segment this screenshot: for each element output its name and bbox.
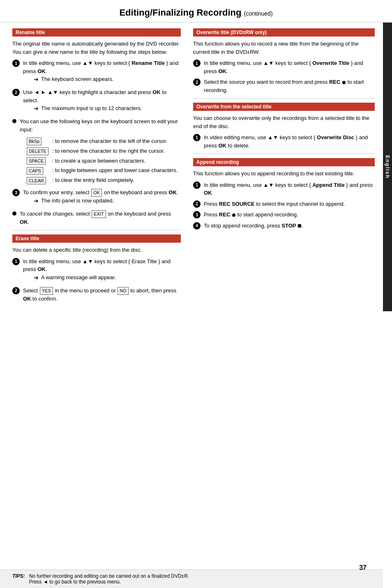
rename-step-3-content: To confirm your entry, select OK on the …: [23, 188, 181, 207]
key-clear-desc: : to clear the entry field completely.: [51, 175, 180, 185]
erase-step-num-1: 1: [12, 258, 20, 265]
no-key-box: NO: [118, 287, 129, 295]
erase-title-section: Erase title You can delete a specific ti…: [12, 234, 181, 303]
step-num-2: 2: [12, 89, 20, 96]
side-tab-label: English: [385, 155, 390, 179]
arrow-sym-2: ➔: [34, 104, 39, 113]
rename-step-1-arrow: ➔ The keyboard screen appears.: [34, 75, 181, 84]
step-num-1: 1: [12, 60, 20, 67]
append-step-4-content: To stop append recording, press STOP .: [204, 222, 375, 230]
append-step-3: 3 Press REC to start append recording.: [193, 211, 375, 219]
overwrite-step-2-content: Select the source you want to record fro…: [204, 78, 375, 94]
tips-content: No further recording and editing can be …: [29, 573, 189, 585]
overwrite-selected-step-1: 1 In video editing menu, use ▲▼ keys to …: [193, 133, 375, 149]
bullet-dot: [12, 119, 16, 123]
rename-step-2-content: Use ◄ ► ▲▼ keys to highlight a character…: [23, 88, 181, 115]
bullet-dot-2: [12, 211, 16, 216]
main-content: Rename title The original title name is …: [0, 23, 383, 311]
append-step-num-4: 4: [193, 222, 201, 230]
rename-step-2-arrow-text: The maximum input is up to 12 characters…: [41, 104, 142, 113]
delete-key-box: DELETE: [27, 147, 48, 155]
rename-title-section: Rename title The original title name is …: [12, 28, 181, 226]
rename-step-2-arrow: ➔ The maximum input is up to 12 characte…: [34, 104, 181, 113]
erase-title-header: Erase title: [12, 234, 181, 243]
clear-key-box: CLEAR: [27, 177, 46, 185]
rename-step-1-content: In title editing menu, use ▲▼ keys to se…: [23, 59, 181, 85]
key-row-clear: CLEAR : to clear the entry field complet…: [25, 175, 179, 185]
append-step-num-2: 2: [193, 200, 201, 208]
keyboard-bullet: You can use the following keys on the ke…: [12, 117, 181, 133]
rec-bullet-1: [342, 81, 346, 84]
append-step-num-3: 3: [193, 211, 201, 218]
key-table: BkSp : to remove the character to the le…: [25, 136, 179, 185]
overwrite-selected-section: Overwrite from the selected title You ca…: [193, 103, 375, 149]
erase-step-1-arrow: ➔ A warning message will appear.: [34, 273, 181, 282]
key-space: SPACE: [25, 156, 51, 166]
key-caps: CAPS: [25, 165, 51, 175]
append-recording-header: Append recording: [193, 158, 375, 166]
overwrite-title-intro: This function allows you to record a new…: [193, 40, 375, 56]
exit-key-box: EXIT: [92, 210, 106, 218]
rename-title-intro: The original title name is automatically…: [12, 40, 181, 56]
append-recording-section: Append recording This function allows yo…: [193, 158, 375, 230]
key-delete-desc: : to remove the character to the right t…: [51, 146, 180, 156]
overwrite-step-2: 2 Select the source you want to record f…: [193, 78, 375, 94]
separator-2: [193, 98, 375, 99]
page-title: Editing/Finalizing Recording: [119, 7, 241, 18]
overwrite-selected-step-num-1: 1: [193, 134, 201, 141]
separator-1: [12, 230, 181, 230]
stop-square: [298, 224, 301, 227]
side-tab: English: [383, 23, 392, 311]
overwrite-title-section: Overwrite title (DVD±RW only) This funct…: [193, 28, 375, 94]
cancel-bullet: To cancel the changes, select EXIT on th…: [12, 210, 181, 226]
append-step-2: 2 Press REC SOURCE to select the input c…: [193, 200, 375, 208]
yes-key-box: YES: [40, 287, 53, 295]
key-row-caps: CAPS : to toggle between upper and lower…: [25, 165, 179, 175]
rename-step-1-arrow-text: The keyboard screen appears.: [41, 75, 113, 83]
erase-step-1-arrow-text: A warning message will appear.: [41, 273, 116, 282]
overwrite-selected-intro: You can choose to overwrite only the rec…: [193, 114, 375, 130]
key-bksp: BkSp: [25, 136, 51, 146]
rename-step-3-arrow-text: The info panel is now updated.: [41, 197, 114, 205]
rename-step-3: 3 To confirm your entry, select OK on th…: [12, 188, 181, 207]
page-title-continued: (continued): [244, 10, 273, 17]
key-delete: DELETE: [25, 146, 51, 156]
erase-step-1-content: In title editing menu, use ▲▼ keys to se…: [23, 257, 181, 284]
content-area: Rename title The original title name is …: [0, 23, 392, 311]
space-key-box: SPACE: [27, 157, 46, 165]
overwrite-step-1-content: In title editing menu, use ▲▼ keys to se…: [204, 59, 375, 75]
append-recording-intro: This function allows you to append recor…: [193, 170, 375, 178]
ok-key-box: OK: [91, 189, 102, 197]
key-row-space: SPACE : to create a space between charac…: [25, 156, 179, 166]
overwrite-title-header: Overwrite title (DVD±RW only): [193, 28, 375, 37]
append-step-num-1: 1: [193, 181, 201, 189]
key-caps-desc: : to toggle between upper and lower case…: [51, 165, 180, 175]
right-column: Overwrite title (DVD±RW only) This funct…: [189, 28, 375, 305]
tips-bar-container: TIPS: No further recording and editing c…: [0, 570, 383, 588]
page-header: Editing/Finalizing Recording (continued): [0, 0, 392, 23]
erase-step-2: 2 Select YES in the menu to proceed or N…: [12, 287, 181, 303]
rename-step-2: 2 Use ◄ ► ▲▼ keys to highlight a charact…: [12, 88, 181, 115]
key-bksp-desc: : to remove the character to the left of…: [51, 136, 180, 146]
append-step-1-content: In title editing menu, use ▲▼ keys to se…: [204, 181, 375, 197]
tips-line-2: Press ◄ to go back to the previous menu.: [29, 579, 189, 585]
overwrite-step-num-1: 1: [193, 60, 201, 67]
caps-key-box: CAPS: [27, 167, 43, 175]
append-step-3-content: Press REC to start append recording.: [204, 211, 375, 219]
cancel-bullet-text: To cancel the changes, select EXIT on th…: [20, 210, 181, 226]
bksp-key-box: BkSp: [27, 138, 42, 145]
separator-3: [193, 154, 375, 154]
key-row-bksp: BkSp : to remove the character to the le…: [25, 136, 179, 146]
page-number: 37: [359, 564, 367, 572]
arrow-sym-e1: ➔: [34, 273, 39, 282]
rec-bullet-2: [232, 214, 235, 217]
erase-step-2-content: Select YES in the menu to proceed or NO …: [23, 287, 181, 303]
arrow-sym: ➔: [34, 75, 39, 84]
keyboard-bullet-text: You can use the following keys on the ke…: [20, 117, 181, 133]
tips-label: TIPS:: [12, 573, 25, 579]
tips-line-1: No further recording and editing can be …: [29, 573, 189, 579]
erase-step-1: 1 In title editing menu, use ▲▼ keys to …: [12, 257, 181, 284]
rename-step-1: 1 In title editing menu, use ▲▼ keys to …: [12, 59, 181, 85]
arrow-sym-3: ➔: [34, 197, 39, 205]
append-step-1: 1 In title editing menu, use ▲▼ keys to …: [193, 181, 375, 197]
